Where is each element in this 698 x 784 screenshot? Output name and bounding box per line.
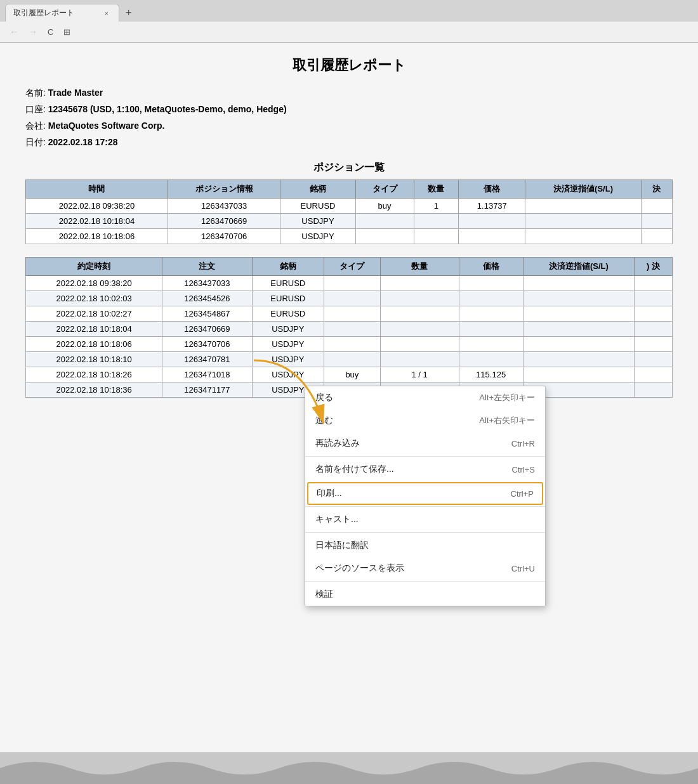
context-menu-item[interactable]: 戻るAlt+左矢印キー bbox=[305, 386, 545, 409]
context-menu-item-label: 日本語に翻訳 bbox=[315, 540, 369, 551]
table-cell bbox=[380, 291, 459, 306]
context-menu-item-label: 進む bbox=[315, 415, 333, 426]
table-cell: EURUSD bbox=[252, 291, 324, 306]
context-menu-item[interactable]: ページのソースを表示Ctrl+U bbox=[305, 557, 545, 580]
context-menu-item-shortcut: Alt+左矢印キー bbox=[479, 392, 535, 403]
table-cell bbox=[459, 291, 523, 306]
nav-bar: ← → C ⊞ bbox=[0, 22, 698, 42]
table-cell bbox=[523, 306, 634, 322]
table-cell bbox=[634, 352, 672, 367]
table-cell bbox=[634, 291, 672, 306]
table-row: 2022.02.18 10:18:061263470706USDJPY bbox=[26, 229, 673, 244]
table-cell bbox=[380, 322, 459, 337]
positions-table: 時間 ポジション情報 銘柄 タイプ 数量 価格 決済逆指値(S/L) 決 202… bbox=[25, 180, 673, 244]
table-cell: 2022.02.18 10:18:06 bbox=[26, 337, 162, 352]
page-wrapper: 取引履歴レポート 名前: Trade Master 口座: 12345678 (… bbox=[0, 43, 698, 773]
table-cell: 1263437033 bbox=[168, 199, 280, 214]
table-cell: 1263471018 bbox=[162, 367, 252, 382]
context-menu-item-shortcut: Ctrl+S bbox=[512, 465, 535, 474]
table-cell: 2022.02.18 10:02:03 bbox=[26, 291, 162, 306]
table-cell bbox=[459, 322, 523, 337]
table-cell: EURUSD bbox=[280, 199, 355, 214]
context-menu-item[interactable]: 検証 bbox=[305, 583, 545, 606]
table-cell: 1.13737 bbox=[459, 199, 525, 214]
table-cell bbox=[414, 214, 459, 229]
context-menu-item[interactable]: 名前を付けて保存...Ctrl+S bbox=[305, 458, 545, 481]
table-row: 2022.02.18 10:18:261263471018USDJPYbuy1 … bbox=[26, 367, 673, 382]
report-title: 取引履歴レポート bbox=[25, 56, 673, 75]
active-tab[interactable]: 取引履歴レポート × bbox=[5, 4, 119, 22]
ord-col-symbol: 銘柄 bbox=[252, 258, 324, 276]
table-cell bbox=[634, 276, 672, 291]
context-menu-divider bbox=[305, 506, 545, 507]
back-button[interactable]: ← bbox=[6, 25, 22, 38]
table-row: 2022.02.18 10:18:061263470706USDJPY bbox=[26, 337, 673, 352]
context-menu-item-label: キャスト... bbox=[315, 514, 359, 525]
table-cell: 2022.02.18 09:38:20 bbox=[26, 276, 162, 291]
table-cell bbox=[634, 322, 672, 337]
name-value: Trade Master bbox=[48, 88, 103, 98]
context-menu-item-label: 検証 bbox=[315, 589, 333, 600]
table-cell bbox=[523, 291, 634, 306]
table-cell: 1263470669 bbox=[162, 322, 252, 337]
table-cell: 115.125 bbox=[459, 367, 523, 382]
context-menu-item[interactable]: 進むAlt+右矢印キー bbox=[305, 409, 545, 432]
account-row: 口座: 12345678 (USD, 1:100, MetaQuotes-Dem… bbox=[25, 104, 673, 115]
date-label: 日付: bbox=[25, 137, 46, 147]
tab-bar: 取引履歴レポート × + bbox=[0, 0, 698, 22]
table-cell bbox=[414, 229, 459, 244]
tab-close-button[interactable]: × bbox=[105, 10, 109, 17]
context-menu-item[interactable]: 日本語に翻訳 bbox=[305, 534, 545, 557]
refresh-button[interactable]: C bbox=[44, 26, 56, 38]
grid-button[interactable]: ⊞ bbox=[60, 26, 74, 38]
table-cell bbox=[634, 367, 672, 382]
context-menu-item[interactable]: 再読み込みCtrl+R bbox=[305, 432, 545, 455]
company-row: 会社: MetaQuotes Software Corp. bbox=[25, 121, 673, 132]
context-menu: 戻るAlt+左矢印キー進むAlt+右矢印キー再読み込みCtrl+R名前を付けて保… bbox=[305, 386, 546, 606]
table-cell bbox=[525, 214, 641, 229]
context-menu-item-shortcut: Ctrl+R bbox=[511, 439, 535, 448]
table-row: 2022.02.18 10:18:041263470669USDJPY bbox=[26, 322, 673, 337]
date-value: 2022.02.18 17:28 bbox=[48, 137, 118, 147]
table-cell: EURUSD bbox=[252, 276, 324, 291]
context-menu-item-label: 戻る bbox=[315, 392, 333, 403]
context-menu-item[interactable]: 印刷...Ctrl+P bbox=[307, 482, 543, 505]
table-row: 2022.02.18 10:18:041263470669USDJPY bbox=[26, 214, 673, 229]
context-menu-item-label: ページのソースを表示 bbox=[315, 563, 404, 574]
col-qty: 数量 bbox=[414, 180, 459, 199]
col-position: ポジション情報 bbox=[168, 180, 280, 199]
table-cell: 1263471177 bbox=[162, 382, 252, 398]
context-menu-item-shortcut: Alt+右矢印キー bbox=[479, 415, 535, 426]
context-menu-item[interactable]: キャスト... bbox=[305, 508, 545, 531]
table-cell: 1 / 1 bbox=[380, 367, 459, 382]
table-cell: 1263470706 bbox=[162, 337, 252, 352]
table-cell: 2022.02.18 10:02:27 bbox=[26, 306, 162, 322]
table-cell bbox=[634, 306, 672, 322]
ord-col-sl: 決済逆指値(S/L) bbox=[523, 258, 634, 276]
table-cell: 1263437033 bbox=[162, 276, 252, 291]
table-cell: 1 bbox=[414, 199, 459, 214]
ord-col-order: 注文 bbox=[162, 258, 252, 276]
table-cell: 1263470706 bbox=[168, 229, 280, 244]
table-cell bbox=[459, 306, 523, 322]
table-cell bbox=[324, 322, 380, 337]
wave-svg bbox=[0, 752, 698, 784]
table-cell: 2022.02.18 10:18:10 bbox=[26, 352, 162, 367]
table-cell bbox=[523, 367, 634, 382]
table-cell bbox=[634, 337, 672, 352]
table-cell bbox=[355, 214, 414, 229]
table-cell bbox=[324, 276, 380, 291]
info-section: 名前: Trade Master 口座: 12345678 (USD, 1:10… bbox=[25, 88, 673, 148]
table-row: 2022.02.18 09:38:201263437033EURUSD bbox=[26, 276, 673, 291]
table-cell bbox=[324, 352, 380, 367]
context-menu-item-shortcut: Ctrl+U bbox=[511, 564, 535, 573]
table-cell bbox=[523, 337, 634, 352]
new-tab-button[interactable]: + bbox=[121, 4, 136, 21]
context-menu-divider bbox=[305, 532, 545, 533]
table-cell bbox=[459, 214, 525, 229]
table-cell bbox=[459, 337, 523, 352]
table-row: 2022.02.18 10:02:271263454867EURUSD bbox=[26, 306, 673, 322]
table-cell bbox=[380, 306, 459, 322]
forward-button[interactable]: → bbox=[25, 25, 41, 38]
table-cell bbox=[324, 291, 380, 306]
